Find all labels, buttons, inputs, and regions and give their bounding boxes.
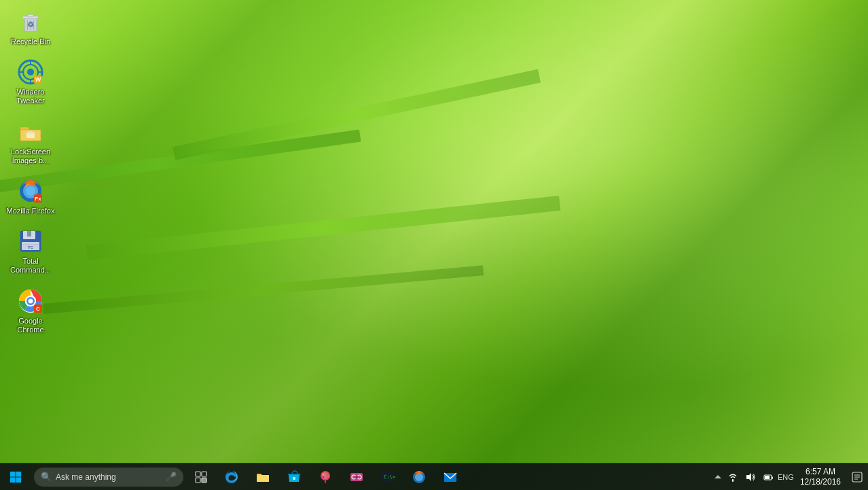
svg-text:Fx: Fx	[35, 196, 41, 202]
svg-rect-2	[28, 14, 34, 17]
tray-icons-area: ENG	[724, 463, 795, 491]
svg-rect-26	[27, 231, 31, 237]
svg-rect-44	[257, 475, 269, 482]
paint-taskbar-button[interactable]	[310, 463, 341, 491]
svg-rect-66	[772, 476, 773, 478]
microphone-icon: 🎤	[166, 472, 177, 482]
svg-marker-62	[715, 475, 721, 478]
firefox-taskbar-button[interactable]	[403, 463, 435, 491]
lockscreen-images-image	[17, 118, 44, 145]
svg-rect-36	[10, 471, 16, 476]
taskbar: 🔍 Ask me anything 🎤	[0, 463, 868, 490]
svg-point-9	[27, 69, 34, 75]
tray-overflow-button[interactable]	[712, 463, 724, 491]
volume-tray-icon[interactable]	[742, 463, 759, 491]
total-commander-icon[interactable]: TC Total Command...	[3, 225, 58, 277]
google-chrome-label: Google Chrome	[6, 317, 55, 334]
svg-rect-41	[202, 472, 206, 476]
lockscreen-images-label: LockScreen Images b...	[6, 147, 55, 165]
mozilla-firefox-icon[interactable]: Fx Mozilla Firefox	[3, 175, 58, 218]
edge-taskbar-button[interactable]	[216, 463, 247, 491]
media-taskbar-button[interactable]	[341, 463, 372, 491]
start-button[interactable]	[0, 463, 31, 491]
svg-rect-37	[16, 471, 21, 476]
svg-text:C:\>_: C:\>_	[384, 474, 395, 480]
svg-text:TC: TC	[28, 245, 34, 249]
svg-point-63	[732, 479, 734, 480]
desktop-icons-area: ♻ Recycle Bin	[0, 0, 61, 462]
system-tray: ENG 6:57 AM 12/18/2016	[712, 463, 868, 491]
svg-rect-43	[202, 478, 206, 483]
lockscreen-images-icon[interactable]: LockScreen Images b...	[3, 116, 58, 168]
svg-rect-38	[10, 477, 16, 483]
total-commander-image: TC	[17, 228, 44, 255]
svg-point-21	[26, 186, 35, 196]
search-placeholder-text: Ask me anything	[56, 472, 163, 482]
svg-rect-52	[325, 480, 326, 483]
svg-rect-39	[16, 477, 21, 483]
svg-point-51	[327, 476, 329, 478]
notification-center-button[interactable]	[846, 463, 868, 491]
console-taskbar-button[interactable]: C:\>_	[372, 463, 403, 491]
clock-area[interactable]: 6:57 AM 12/18/2016	[795, 463, 846, 491]
desktop: ♻ Recycle Bin	[0, 0, 868, 490]
background-overlay	[0, 0, 868, 490]
battery-tray-icon[interactable]	[759, 463, 777, 491]
mail-taskbar-button[interactable]	[435, 463, 466, 491]
svg-point-33	[29, 298, 33, 303]
keyboard-tray-icon[interactable]: ENG	[777, 463, 795, 491]
svg-rect-42	[196, 478, 200, 483]
mozilla-firefox-image: Fx	[17, 177, 44, 205]
date-display: 12/18/2016	[800, 477, 841, 487]
time-display: 6:57 AM	[806, 467, 835, 476]
svg-rect-18	[29, 131, 33, 134]
search-icon: 🔍	[41, 472, 52, 482]
winaero-tweaker-icon[interactable]: W Winaero Tweaker	[3, 56, 58, 108]
svg-marker-64	[746, 473, 751, 481]
winaero-tweaker-image: W	[17, 58, 44, 86]
network-tray-icon[interactable]	[724, 463, 742, 491]
svg-point-49	[327, 473, 329, 475]
google-chrome-icon[interactable]: C Google Chrome	[3, 285, 58, 337]
file-explorer-taskbar-button[interactable]	[247, 463, 278, 491]
svg-rect-56	[355, 476, 358, 478]
svg-rect-40	[196, 472, 200, 476]
svg-point-48	[323, 473, 325, 475]
task-view-button[interactable]	[186, 463, 216, 491]
recycle-bin-label: Recycle Bin	[11, 37, 50, 46]
google-chrome-image: C	[17, 287, 44, 315]
svg-text:W: W	[35, 76, 41, 83]
mozilla-firefox-label: Mozilla Firefox	[7, 207, 55, 215]
svg-point-50	[323, 476, 325, 478]
search-box[interactable]: 🔍 Ask me anything 🎤	[34, 468, 183, 487]
recycle-bin-image: ♻	[17, 8, 44, 35]
recycle-bin-icon[interactable]: ♻ Recycle Bin	[3, 5, 58, 49]
total-commander-label: Total Command...	[6, 257, 55, 275]
svg-rect-45	[293, 477, 295, 480]
svg-text:C: C	[36, 306, 40, 312]
store-taskbar-button[interactable]	[278, 463, 310, 491]
svg-point-47	[322, 472, 329, 479]
svg-rect-67	[765, 476, 770, 479]
winaero-tweaker-label: Winaero Tweaker	[6, 88, 55, 105]
